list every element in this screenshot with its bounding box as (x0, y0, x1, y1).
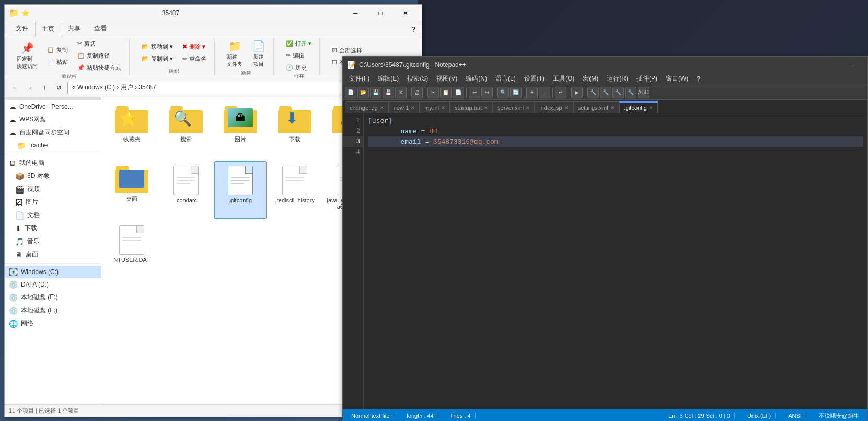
file-item-gitconfig[interactable]: .gitconfig (214, 161, 267, 219)
copy-button[interactable]: 📋 复制 (43, 44, 72, 55)
sidebar-item-desktop[interactable]: 🖥 桌面 (5, 248, 101, 261)
refresh-button[interactable]: ↺ (53, 82, 65, 94)
npp-menu-macro[interactable]: 宏(M) (578, 73, 603, 84)
sidebar-item-pictures[interactable]: 🖼 图片 (5, 196, 101, 209)
npp-tab-new1[interactable]: new 1 ✕ (389, 101, 420, 113)
copy-to-button[interactable]: 📂 复制到 ▾ (138, 53, 177, 64)
select-all-button[interactable]: ☑ 全部选择 (328, 45, 383, 56)
copy-path-button[interactable]: 📋 复制路径 (74, 50, 125, 61)
npp-close-btn[interactable]: ✕ (395, 87, 407, 98)
address-path[interactable]: « Windows (C:) › 用户 › 35487 (67, 82, 353, 94)
file-item-ntuser[interactable]: NTUSER.DAT (106, 221, 158, 278)
npp-tab-index-close[interactable]: ✕ (564, 105, 569, 110)
npp-extra-btn-2[interactable]: 🔧 (600, 87, 611, 98)
npp-extra-btn-4[interactable]: 🔧 (625, 87, 636, 98)
npp-cut-btn[interactable]: ✂ (427, 87, 439, 98)
delete-button[interactable]: ✖ 删除 ▾ (179, 41, 210, 52)
open-button[interactable]: ✅ 打开 ▾ (282, 38, 315, 49)
npp-tab-settings[interactable]: settings.xml ✕ (573, 101, 619, 113)
sidebar-item-docs[interactable]: 📄 文档 (5, 209, 101, 222)
npp-redo-btn[interactable]: ↪ (481, 87, 493, 98)
npp-tab-startup-close[interactable]: ✕ (484, 105, 488, 110)
npp-menu-language[interactable]: 语言(L) (491, 73, 520, 84)
npp-minimize-button[interactable]: ─ (839, 57, 863, 73)
npp-menu-view[interactable]: 视图(V) (432, 73, 461, 84)
sidebar-item-music[interactable]: 🎵 音乐 (5, 235, 101, 248)
npp-save-btn[interactable]: 💾 (370, 87, 381, 98)
npp-zoom-in-btn[interactable]: + (526, 87, 538, 98)
tab-view[interactable]: 查看 (87, 21, 113, 36)
npp-copy-btn[interactable]: 📋 (440, 87, 452, 98)
move-to-button[interactable]: 📂 移动到 ▾ (138, 41, 177, 52)
npp-menu-search[interactable]: 搜索(S) (403, 73, 432, 84)
file-item-desktop[interactable]: 桌面 (106, 161, 158, 219)
sidebar-item-3d[interactable]: 📦 3D 对象 (5, 169, 101, 183)
maximize-button[interactable]: □ (368, 5, 392, 21)
new-item-button[interactable]: 📄 新建项目 (248, 38, 269, 70)
npp-menu-run[interactable]: 运行(R) (603, 73, 632, 84)
sidebar-item-f-drive[interactable]: 💿 本地磁盘 (F:) (5, 304, 101, 317)
npp-paste-btn[interactable]: 📄 (453, 87, 464, 98)
sidebar-item-d-drive[interactable]: 💿 DATA (D:) (5, 278, 101, 291)
npp-menu-edit[interactable]: 编辑(E) (374, 73, 403, 84)
edit-button[interactable]: ✏ 编辑 (282, 50, 315, 61)
file-item-rediscli[interactable]: .rediscli_history (269, 161, 321, 219)
npp-undo-btn[interactable]: ↩ (469, 87, 480, 98)
file-item-condarc[interactable]: .condarc (160, 161, 212, 219)
npp-menu-plugins[interactable]: 插件(P) (632, 73, 662, 84)
sidebar-item-video[interactable]: 🎬 视频 (5, 183, 101, 196)
sidebar-item-baidu[interactable]: ☁ 百度网盘同步空间 (5, 126, 101, 139)
up-button[interactable]: ↑ (38, 82, 51, 94)
npp-tab-myini[interactable]: my.ini ✕ (420, 101, 450, 113)
pin-button[interactable]: 📌 固定到快速访问 (13, 40, 41, 72)
npp-menu-file[interactable]: 文件(F) (345, 73, 374, 84)
npp-menu-help[interactable]: ? (692, 74, 704, 84)
sidebar-item-downloads[interactable]: ⬇ 下载 (5, 222, 101, 235)
sidebar-item-mypc[interactable]: 🖥 我的电脑 (5, 156, 101, 169)
npp-print-btn[interactable]: 🖨 (411, 87, 423, 98)
npp-menu-tools[interactable]: 工具(O) (549, 73, 578, 84)
npp-extra-btn-3[interactable]: 🔧 (612, 87, 624, 98)
npp-tab-gitconfig-close[interactable]: ✕ (649, 105, 653, 110)
npp-tab-server[interactable]: server.xml ✕ (493, 101, 535, 113)
npp-tab-myini-close[interactable]: ✕ (441, 105, 445, 110)
npp-save-all-btn[interactable]: 💾 (383, 87, 394, 98)
npp-tab-settings-close[interactable]: ✕ (610, 105, 615, 110)
sidebar-item-network[interactable]: 🌐 网络 (5, 317, 101, 330)
npp-tab-new1-close[interactable]: ✕ (411, 105, 415, 110)
npp-find-btn[interactable]: 🔍 (497, 87, 509, 98)
minimize-button[interactable]: ─ (343, 5, 367, 21)
npp-replace-btn[interactable]: 🔄 (510, 87, 522, 98)
npp-menu-encoding[interactable]: 编码(N) (461, 73, 491, 84)
npp-tab-gitconfig[interactable]: .gitconfig ✕ (619, 101, 658, 113)
npp-tab-server-close[interactable]: ✕ (526, 105, 530, 110)
close-button[interactable]: ✕ (394, 5, 418, 21)
npp-tab-changelog-close[interactable]: ✕ (380, 105, 384, 110)
file-item-search[interactable]: 🔍 搜索 (160, 101, 212, 159)
sidebar-item-wps[interactable]: ☁ WPS网盘 (5, 113, 101, 126)
npp-extra-btn-1[interactable]: 🔧 (587, 87, 599, 98)
npp-open-btn[interactable]: 📂 (357, 87, 369, 98)
npp-menu-settings[interactable]: 设置(T) (520, 73, 549, 84)
sidebar-item-c-drive[interactable]: 💽 Windows (C:) (5, 266, 101, 278)
npp-tab-index[interactable]: index.jsp ✕ (535, 101, 573, 113)
file-item-pictures[interactable]: 🏔 图片 (214, 101, 267, 159)
sidebar-item-e-drive[interactable]: 💿 本地磁盘 (E:) (5, 291, 101, 304)
npp-menu-window[interactable]: 窗口(W) (662, 73, 692, 84)
npp-tab-startup[interactable]: startup.bat ✕ (450, 101, 493, 113)
help-button[interactable]: ? (409, 23, 418, 36)
npp-extra-btn-5[interactable]: ABC (638, 87, 649, 98)
file-item-downloads[interactable]: ⬇ 下载 (269, 101, 321, 159)
cut-button[interactable]: ✂ 剪切 (74, 38, 125, 49)
tab-home[interactable]: 主页 (35, 22, 61, 36)
paste-shortcut-button[interactable]: 📌 粘贴快捷方式 (74, 62, 125, 73)
history-button[interactable]: 🕐 历史 (282, 62, 315, 73)
paste-button[interactable]: 📄 粘贴 (43, 56, 72, 67)
sidebar-item-cache[interactable]: 📁 .cache (5, 139, 101, 152)
forward-button[interactable]: → (24, 82, 36, 94)
npp-wrap-btn[interactable]: ↵ (555, 87, 566, 98)
file-item-favorites[interactable]: ⭐ 收藏夹 (106, 101, 158, 159)
npp-tab-changelog[interactable]: change.log ✕ (345, 101, 389, 113)
tab-file[interactable]: 文件 (9, 21, 35, 36)
rename-button[interactable]: ✏ 重命名 (179, 53, 210, 64)
